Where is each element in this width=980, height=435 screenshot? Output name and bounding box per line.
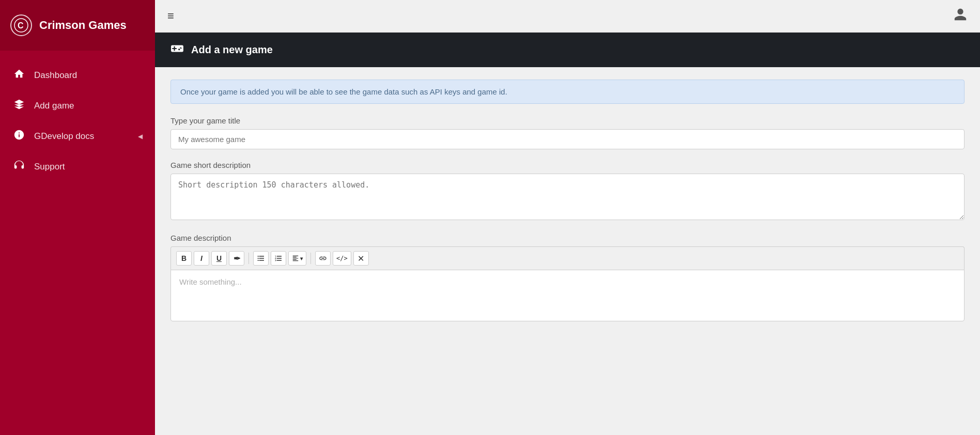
sidebar-item-support[interactable]: Support: [0, 152, 155, 181]
code-button[interactable]: </>: [333, 251, 351, 266]
info-banner: Once your game is added you will be able…: [170, 80, 965, 104]
sidebar-item-dashboard-label: Dashboard: [34, 70, 143, 81]
headset-icon: [12, 160, 26, 174]
toolbar-separator-2: [310, 253, 311, 264]
editor-toolbar: B I U ✒ ▾ </> ✕: [170, 246, 965, 270]
page-header: Add a new game: [155, 33, 980, 67]
sidebar-item-dashboard[interactable]: Dashboard: [0, 61, 155, 89]
short-desc-section: Game short description: [170, 161, 965, 222]
ordered-list-button[interactable]: [271, 251, 286, 266]
page-title: Add a new game: [191, 44, 273, 56]
sidebar: C Crimson Games Dashboard Add game: [0, 0, 155, 435]
game-icon: [170, 42, 184, 58]
game-title-input[interactable]: [170, 129, 965, 149]
underline-button[interactable]: U: [211, 251, 227, 266]
game-description-label: Game description: [170, 234, 965, 242]
editor-placeholder: Write something...: [179, 277, 242, 286]
cube-icon: [12, 99, 26, 113]
editor-body[interactable]: Write something...: [170, 270, 965, 321]
sidebar-header: C Crimson Games: [0, 0, 155, 51]
svg-text:C: C: [18, 21, 24, 30]
unordered-list-button[interactable]: [253, 251, 269, 266]
bold-button[interactable]: B: [176, 251, 192, 266]
chevron-left-icon: ◀: [138, 133, 143, 140]
link-button[interactable]: [315, 251, 331, 266]
content-area: Once your game is added you will be able…: [155, 67, 980, 435]
info-icon: [12, 129, 26, 143]
sidebar-item-support-label: Support: [34, 162, 143, 172]
topbar: ≡: [155, 0, 980, 33]
main-content: ≡ Add a new game Once your game is added…: [155, 0, 980, 435]
align-button[interactable]: ▾: [288, 251, 306, 266]
italic-button[interactable]: I: [194, 251, 209, 266]
clear-format-button[interactable]: ✕: [353, 251, 369, 266]
user-account-icon[interactable]: [953, 7, 968, 25]
sidebar-item-add-game-label: Add game: [34, 101, 143, 111]
sidebar-item-gdevelop-docs[interactable]: GDevelop docs ◀: [0, 122, 155, 150]
home-icon: [12, 68, 26, 82]
sidebar-item-add-game[interactable]: Add game: [0, 91, 155, 120]
sidebar-nav: Dashboard Add game GDevelop docs ◀: [0, 51, 155, 191]
short-desc-label: Game short description: [170, 161, 965, 169]
toolbar-separator-1: [248, 253, 249, 264]
sidebar-title: Crimson Games: [39, 19, 127, 32]
game-title-section: Type your game title: [170, 116, 965, 149]
sidebar-item-gdevelop-docs-label: GDevelop docs: [34, 131, 130, 142]
logo-icon: C: [10, 14, 32, 36]
short-desc-input[interactable]: [170, 174, 965, 220]
hamburger-menu-icon[interactable]: ≡: [167, 9, 174, 23]
game-title-label: Type your game title: [170, 116, 965, 125]
game-description-section: Game description B I U ✒ ▾: [170, 234, 965, 321]
strikethrough-button[interactable]: ✒: [229, 251, 244, 266]
